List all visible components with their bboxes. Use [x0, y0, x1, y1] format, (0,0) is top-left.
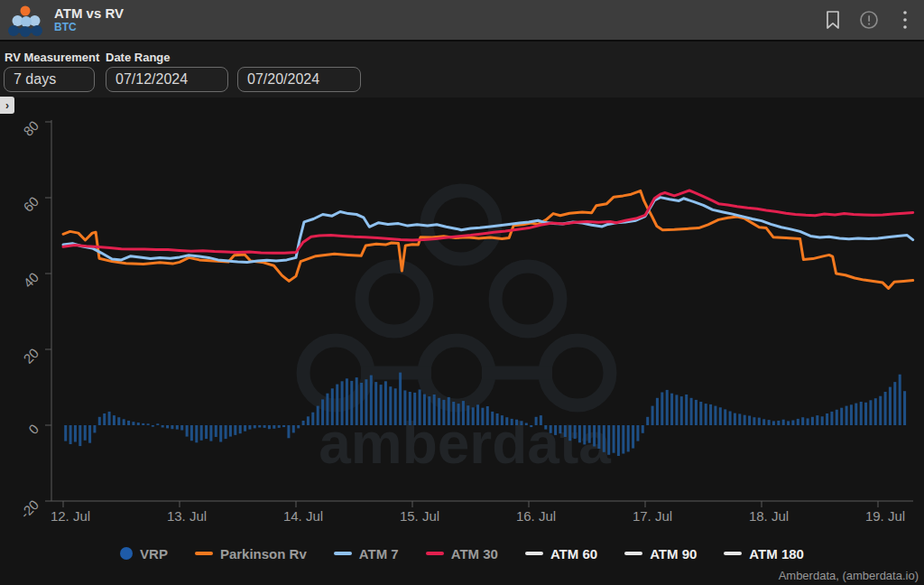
- x-axis-tick-label: 16. Jul: [516, 508, 556, 524]
- y-axis-tick-label: 20: [20, 345, 42, 367]
- legend-item-vrp[interactable]: VRP: [120, 546, 168, 562]
- bookmark-icon[interactable]: [821, 8, 845, 32]
- legend-item-label: ATM 90: [650, 546, 697, 562]
- legend-line-marker: [195, 552, 213, 555]
- date-range-label: Date Range: [106, 51, 171, 64]
- y-axis-tick-label: 40: [20, 269, 42, 291]
- amberdata-logo-icon: [5, 0, 47, 40]
- y-axis-tick-label: 60: [20, 193, 42, 215]
- legend-item-label: ATM 60: [550, 546, 597, 562]
- legend-item-atm-30[interactable]: ATM 30: [426, 546, 498, 562]
- legend-line-marker: [525, 552, 543, 555]
- atm-vs-rv-app: amberdata-2002040608012. Jul13. Jul14. J…: [0, 0, 924, 585]
- page-title: ATM vs RV: [54, 5, 124, 21]
- rv-measurement-label: RV Measurement: [5, 51, 99, 64]
- rv-measurement-select[interactable]: 7 days: [4, 67, 95, 92]
- legend-line-marker: [624, 552, 642, 555]
- attribution-text: Amberdata, (amberdata.io): [779, 569, 919, 582]
- legend-item-parkinson-rv[interactable]: Parkinson Rv: [195, 546, 307, 562]
- legend-item-label: ATM 180: [749, 546, 804, 562]
- legend-circle-marker: [120, 547, 133, 560]
- legend-item-atm-180[interactable]: ATM 180: [724, 546, 804, 562]
- x-axis-tick-label: 17. Jul: [633, 508, 672, 524]
- asset-subtitle: BTC: [54, 22, 124, 34]
- legend-line-marker: [334, 552, 352, 555]
- legend-item-atm-60[interactable]: ATM 60: [525, 546, 597, 562]
- date-start-input[interactable]: 07/12/2024: [106, 67, 228, 92]
- info-icon[interactable]: [857, 8, 881, 32]
- legend-item-label: VRP: [140, 546, 168, 562]
- y-axis-tick-label: -20: [17, 497, 42, 521]
- x-axis-tick-label: 19. Jul: [865, 508, 905, 524]
- legend-item-label: ATM 7: [359, 546, 399, 562]
- legend-line-marker: [426, 552, 444, 555]
- x-axis-tick-label: 14. Jul: [283, 508, 323, 524]
- panel-expand-button[interactable]: ›: [0, 97, 14, 114]
- filter-controls: RV Measurement Date Range 7 days 07/12/2…: [0, 42, 924, 98]
- date-end-input[interactable]: 07/20/2024: [237, 67, 361, 92]
- app-header: ATM vs RV BTC: [0, 0, 924, 42]
- legend-item-atm-7[interactable]: ATM 7: [334, 546, 399, 562]
- x-axis-tick-label: 18. Jul: [749, 508, 789, 524]
- legend-line-marker: [724, 552, 742, 555]
- x-axis-tick-label: 13. Jul: [167, 508, 207, 524]
- y-axis-tick-label: 0: [25, 421, 42, 437]
- x-axis-tick-label: 15. Jul: [400, 508, 439, 524]
- legend-item-label: Parkinson Rv: [220, 546, 307, 562]
- y-axis-tick-label: 80: [20, 117, 42, 139]
- kebab-menu-icon[interactable]: [893, 8, 917, 32]
- chart-legend: VRPParkinson RvATM 7ATM 30ATM 60ATM 90AT…: [0, 541, 924, 566]
- x-axis-tick-label: 12. Jul: [51, 508, 90, 524]
- legend-item-label: ATM 30: [451, 546, 498, 562]
- legend-item-atm-90[interactable]: ATM 90: [624, 546, 697, 562]
